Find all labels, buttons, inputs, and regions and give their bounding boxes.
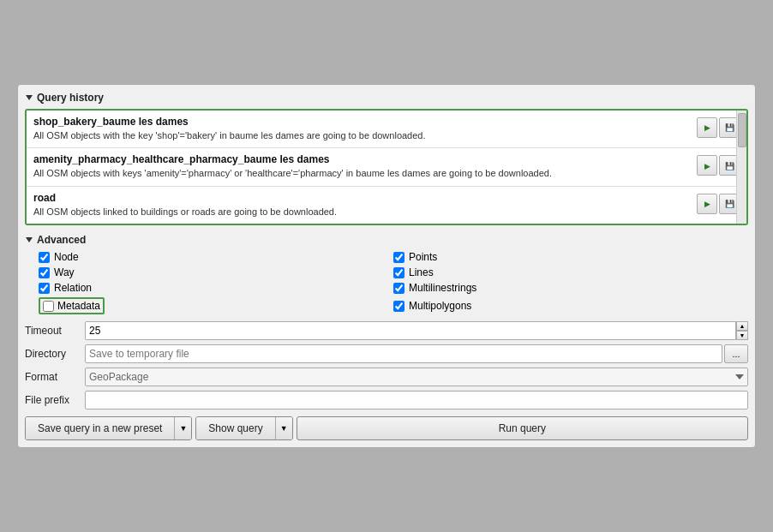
show-query-btn[interactable]: Show query	[196, 417, 274, 439]
timeout-input[interactable]	[85, 321, 736, 340]
relation-row: Relation	[39, 282, 393, 294]
save-icon	[725, 199, 734, 208]
lines-row: Lines	[393, 266, 748, 278]
node-row: Node	[39, 251, 393, 263]
query-item-desc: All OSM objects with the key 'shop'='bak…	[33, 129, 690, 142]
multipolygons-label: Multipolygons	[409, 300, 471, 312]
directory-row: Directory ...	[25, 344, 748, 363]
save-preset-group: Save query in a new preset ▼	[25, 416, 192, 440]
save-icon	[725, 161, 734, 170]
query-item: amenity_pharmacy_healthcare_pharmacy_bau…	[27, 148, 746, 186]
timeout-spinner: ▲ ▼	[736, 321, 748, 340]
points-label: Points	[409, 251, 437, 263]
query-item: shop_bakery_baume les dames All OSM obje…	[27, 111, 746, 148]
timeout-label: Timeout	[25, 325, 85, 337]
play-icon	[704, 199, 710, 208]
query-item-buttons	[697, 117, 740, 138]
query-item: road All OSM objects linked to buildings…	[27, 187, 746, 224]
way-checkbox[interactable]	[39, 267, 50, 278]
query-item-desc: All OSM objects linked to buildings or r…	[33, 206, 690, 218]
show-query-dropdown-btn[interactable]: ▼	[275, 417, 292, 439]
timeout-input-group: ▲ ▼	[85, 321, 748, 340]
query-item-text: amenity_pharmacy_healthcare_pharmacy_bau…	[33, 153, 697, 180]
multilinestrings-checkbox[interactable]	[393, 283, 404, 294]
metadata-box: Metadata	[39, 297, 105, 314]
svg-marker-1	[26, 237, 33, 242]
query-item-buttons	[697, 155, 740, 176]
metadata-row: Metadata	[39, 297, 393, 314]
advanced-header: Advanced	[25, 234, 748, 246]
format-select[interactable]: GeoPackage Shapefile GeoJSON	[85, 368, 748, 386]
multipolygons-row: Multipolygons	[393, 297, 748, 314]
main-panel: Query history shop_bakery_baume les dame…	[17, 84, 756, 448]
query-item-title: road	[33, 192, 690, 204]
advanced-collapse-icon[interactable]	[25, 236, 33, 244]
checkboxes-grid: Node Points Way Lines Relation Multiline…	[39, 251, 748, 314]
query-item-buttons	[697, 194, 740, 214]
run-query-btn-1[interactable]	[697, 155, 717, 176]
query-item-desc: All OSM objects with keys 'amenity'='pha…	[33, 167, 690, 180]
run-query-btn-2[interactable]	[697, 194, 717, 214]
timeout-up-btn[interactable]: ▲	[736, 321, 748, 331]
way-row: Way	[39, 266, 393, 278]
play-icon	[704, 161, 710, 170]
run-query-btn[interactable]: Run query	[297, 416, 748, 440]
timeout-row: Timeout ▲ ▼	[25, 321, 748, 340]
query-item-text: shop_bakery_baume les dames All OSM obje…	[33, 116, 697, 142]
node-checkbox[interactable]	[39, 252, 50, 263]
bottom-bar: Save query in a new preset ▼ Show query …	[25, 416, 748, 440]
show-query-group: Show query ▼	[195, 416, 292, 440]
browse-btn[interactable]: ...	[724, 344, 748, 363]
play-icon	[704, 123, 710, 132]
file-prefix-input[interactable]	[85, 391, 748, 409]
lines-checkbox[interactable]	[393, 267, 404, 278]
query-history-list[interactable]: shop_bakery_baume les dames All OSM obje…	[27, 111, 746, 224]
lines-label: Lines	[409, 266, 434, 278]
multipolygons-checkbox[interactable]	[393, 301, 404, 312]
query-history-label: Query history	[37, 92, 104, 104]
save-preset-dropdown-btn[interactable]: ▼	[174, 417, 191, 439]
query-history-header: Query history	[25, 92, 748, 104]
format-row: Format GeoPackage Shapefile GeoJSON	[25, 368, 748, 386]
timeout-down-btn[interactable]: ▼	[736, 331, 748, 340]
multilinestrings-row: Multilinestrings	[393, 282, 748, 294]
points-row: Points	[393, 251, 748, 263]
metadata-label: Metadata	[57, 300, 100, 312]
file-prefix-label: File prefix	[25, 394, 85, 406]
file-prefix-row: File prefix	[25, 391, 748, 409]
node-label: Node	[54, 251, 79, 263]
directory-label: Directory	[25, 348, 85, 360]
query-item-text: road All OSM objects linked to buildings…	[33, 192, 697, 218]
advanced-label: Advanced	[37, 234, 86, 246]
advanced-section: Advanced Node Points Way Lines Relation …	[25, 234, 748, 409]
metadata-checkbox[interactable]	[43, 301, 54, 312]
multilinestrings-label: Multilinestrings	[409, 282, 476, 294]
relation-checkbox[interactable]	[39, 283, 50, 294]
relation-label: Relation	[54, 282, 92, 294]
scrollbar-track[interactable]	[736, 111, 746, 224]
directory-input[interactable]	[85, 344, 722, 363]
query-item-title: amenity_pharmacy_healthcare_pharmacy_bau…	[33, 153, 690, 165]
format-label: Format	[25, 371, 85, 383]
scrollbar-thumb[interactable]	[738, 113, 746, 147]
query-item-title: shop_bakery_baume les dames	[33, 116, 690, 128]
run-query-btn-0[interactable]	[697, 117, 717, 138]
svg-marker-0	[26, 95, 33, 100]
way-label: Way	[54, 266, 75, 278]
save-icon	[725, 123, 734, 132]
query-history-box: shop_bakery_baume les dames All OSM obje…	[25, 109, 748, 225]
directory-input-group: ...	[85, 344, 748, 363]
save-preset-btn[interactable]: Save query in a new preset	[26, 417, 174, 439]
collapse-icon[interactable]	[25, 93, 33, 102]
points-checkbox[interactable]	[393, 252, 404, 263]
